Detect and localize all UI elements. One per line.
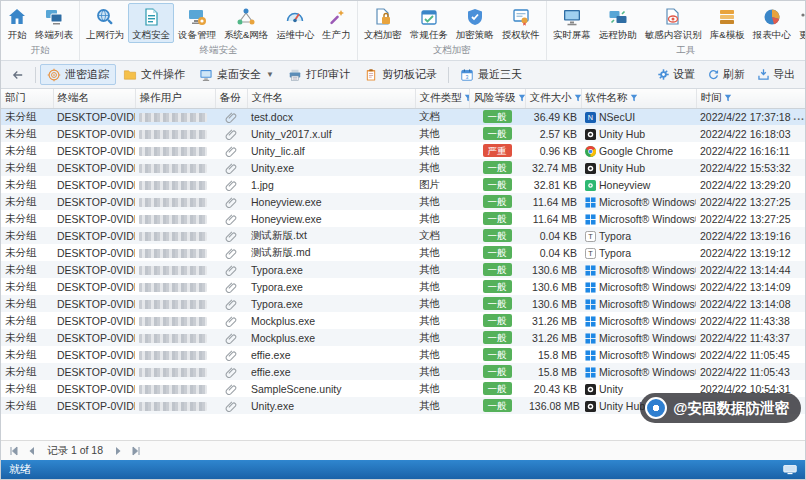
ribbon-item-system-network[interactable]: 系统&网络 [220,3,272,43]
table-row[interactable]: 未分组DESKTOP-0VIDMDJTypora.exe其他一般130.6 MB… [1,295,805,312]
licensed-software-icon [511,7,531,27]
ribbon-item-home[interactable]: 开始 [3,3,31,43]
ribbon-item-doc-security[interactable]: 文档安全 [128,3,174,43]
ribbon-item-tasks[interactable]: 常规任务 [406,3,452,43]
ribbon-item-ops-center[interactable]: 运维中心 [272,3,318,43]
ribbon-item-label: 系统&网络 [224,29,268,40]
column-header-6[interactable]: 风险等级 [469,89,525,108]
cell-terminal: DESKTOP-0VIDMDJ [53,397,135,414]
table-row[interactable]: 未分组DESKTOP-0VIDMDJMockplus.exe其他一般31.26 … [1,312,805,329]
row-more-button[interactable]: ... [793,110,805,122]
ribbon-item-live-screen[interactable]: 实时屏幕 [549,3,595,43]
cell-filetype: 其他 [415,346,469,363]
ribbon-item-web-behavior[interactable]: 上网行为 [82,3,128,43]
ribbon-item-doc-encrypt[interactable]: 文档加密 [360,3,406,43]
cell-size: 32.81 KB [525,176,581,193]
records-table: 部门终端名操作用户备份文件名文件类型风险等级文件大小软件名称时间 未分组DESK… [1,89,805,414]
toolbar-button-export[interactable]: 导出 [757,67,795,82]
back-button[interactable] [5,64,31,86]
toolbar-button-desktop-security[interactable]: 桌面安全▼ [192,64,281,85]
paperclip-icon [225,366,237,378]
cell-filename: 1.jpg [247,176,415,193]
table-row[interactable]: 未分组DESKTOP-0VIDMDJeffie.exe其他一般15.8 MBMi… [1,363,805,380]
cell-group: 未分组 [1,346,53,363]
column-header-8[interactable]: 软件名称 [581,89,696,108]
statusbar-device-icon[interactable] [783,465,797,475]
cell-group: 未分组 [1,312,53,329]
column-header-7[interactable]: 文件大小 [525,89,581,108]
prev-page-button[interactable] [25,444,39,458]
ribbon-item-remote-assist[interactable]: 远程协助 [595,3,641,43]
time-text: 2022/4/22 13:14:09 [700,281,791,293]
cell-time: 2022/4/22 16:16:11 [696,142,805,159]
cell-filename: Unity_v2017.x.ulf [247,125,415,142]
more-icon [799,7,805,27]
ribbon-item-device-manage[interactable]: 设备管理 [174,3,220,43]
cell-time: 2022/4/22 16:18:03 [696,125,805,142]
paperclip-icon [225,400,237,412]
cell-size: 0.96 KB [525,142,581,159]
table-row[interactable]: 未分组DESKTOP-0VIDMDJHoneyview.exe其他一般11.64… [1,193,805,210]
risk-badge: 一般 [483,314,512,327]
cell-size: 0.04 KB [525,227,581,244]
table-row[interactable]: 未分组DESKTOP-0VIDMDJTypora.exe其他一般130.6 MB… [1,278,805,295]
ribbon-item-productivity[interactable]: 生产力 [318,3,355,43]
toolbar-button-leak-trace[interactable]: 泄密追踪 [40,64,116,85]
toolbar-button-recent-days[interactable]: 3最近三天 [453,64,529,85]
first-page-button[interactable] [7,444,21,458]
ribbon-item-licensed-software[interactable]: 授权软件 [498,3,544,43]
column-header-3[interactable]: 备份 [215,89,247,108]
table-row[interactable]: 未分组DESKTOP-0VIDMDJMockplus.exe其他一般31.26 … [1,329,805,346]
cell-terminal: DESKTOP-0VIDMDJ [53,346,135,363]
software-name: Microsoft® Windows® Oper... [599,264,696,276]
watermark: @安固数据防泄密 [640,393,801,423]
ribbon-item-more[interactable]: 更多 [795,3,805,43]
status-text: 就绪 [9,462,31,477]
cell-backup [215,346,247,363]
table-row[interactable]: 未分组DESKTOP-0VIDMDJUnity_lic.alf其他严重0.96 … [1,142,805,159]
cell-time: 2022/4/22 11:05:45 [696,346,805,363]
cell-time: 2022/4/22 13:27:25 [696,210,805,227]
ribbon-item-label: 终端列表 [35,29,73,40]
table-row[interactable]: 未分组DESKTOP-0VIDMDJ测试新版.txt文档一般0.04 KBTTy… [1,227,805,244]
cell-software: Microsoft® Windows® Oper... [581,210,696,227]
filter-icon [516,94,526,102]
toolbar-button-print-audit[interactable]: 打印审计 [281,64,357,85]
ribbon-item-sensitive-content[interactable]: 敏感内容识别 [641,3,706,43]
cell-group: 未分组 [1,380,53,397]
column-header-2[interactable]: 操作用户 [135,89,215,108]
column-header-4[interactable]: 文件名 [247,89,415,108]
table-row[interactable]: 未分组DESKTOP-0VIDMDJeffie.exe其他一般15.8 MBMi… [1,346,805,363]
table-row[interactable]: 未分组DESKTOP-0VIDMDJUnity.exe其他一般32.74 MBU… [1,159,805,176]
ribbon-item-terminal-list[interactable]: 终端列表 [31,3,77,43]
table-row[interactable]: 未分组DESKTOP-0VIDMDJ测试新版.md其他一般0.04 KBTTyp… [1,244,805,261]
masked-user-text [139,147,207,156]
column-header-9[interactable]: 时间 [696,89,805,108]
cell-filename: Mockplus.exe [247,312,415,329]
cell-size: 20.43 KB [525,380,581,397]
risk-badge: 一般 [483,382,512,395]
table-row[interactable]: 未分组DESKTOP-0VIDMDJtest.docx文档一般36.49 KBN… [1,108,805,125]
ribbon-item-encrypt-policy[interactable]: 加密策略 [452,3,498,43]
cell-group: 未分组 [1,159,53,176]
table-row[interactable]: 未分组DESKTOP-0VIDMDJTypora.exe其他一般130.6 MB… [1,261,805,278]
table-row[interactable]: 未分组DESKTOP-0VIDMDJHoneyview.exe其他一般11.64… [1,210,805,227]
toolbar-button-file-ops[interactable]: 文件操作 [116,64,192,85]
software-name: Microsoft® Windows® Oper... [599,298,696,310]
last-page-button[interactable] [129,444,143,458]
column-header-5[interactable]: 文件类型 [415,89,469,108]
toolbar-button-clipboard-record[interactable]: 剪切板记录 [357,64,444,85]
column-header-1[interactable]: 终端名 [53,89,135,108]
table-row[interactable]: 未分组DESKTOP-0VIDMDJ1.jpg图片一般32.81 KBHoney… [1,176,805,193]
ribbon-item-report-center[interactable]: 报表中心 [749,3,795,43]
cell-time: 2022/4/22 13:14:09 [696,278,805,295]
column-header-0[interactable]: 部门 [1,89,53,108]
cell-risk: 一般 [469,210,525,227]
table-row[interactable]: 未分组DESKTOP-0VIDMDJUnity_v2017.x.ulf其他一般2… [1,125,805,142]
next-page-button[interactable] [111,444,125,458]
toolbar-button-refresh[interactable]: 刷新 [707,67,745,82]
masked-user-text [139,283,207,292]
ribbon-item-library-template[interactable]: 库&模板 [706,3,749,43]
back-arrow-icon [11,68,25,82]
toolbar-button-settings-gear[interactable]: 设置 [657,67,695,82]
